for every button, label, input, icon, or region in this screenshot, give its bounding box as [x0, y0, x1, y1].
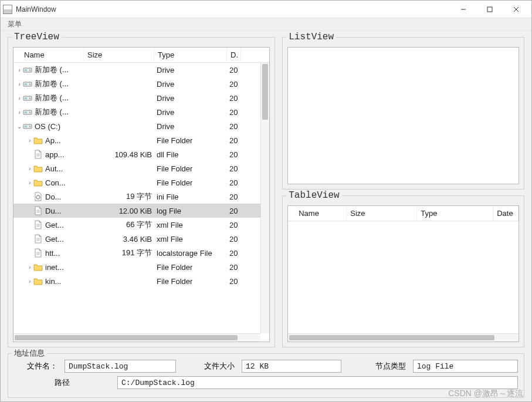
close-button[interactable]: [503, 1, 529, 18]
tree-row[interactable]: ›Con...File Folder20: [13, 175, 269, 190]
minimize-button[interactable]: [450, 1, 476, 18]
tree-row[interactable]: ›新加卷 (...Drive20: [13, 77, 269, 91]
table-header-name[interactable]: Name: [288, 206, 347, 221]
svg-rect-5: [25, 69, 27, 71]
tree-header-type[interactable]: Type: [154, 48, 227, 62]
tree-row[interactable]: htt...191 字节localstorage File20: [13, 246, 269, 260]
menu-item-1[interactable]: 菜单: [4, 19, 25, 29]
file-icon: [33, 150, 43, 159]
filename-field[interactable]: [65, 360, 176, 373]
address-info-group: 地址信息 文件名： 文件大小 节点类型 路径: [8, 353, 524, 398]
chevron-right-icon[interactable]: ›: [26, 137, 33, 144]
tree-header-size[interactable]: Size: [84, 48, 154, 62]
table-header-size[interactable]: Size: [347, 206, 417, 221]
tree-item-type: File Folder: [154, 263, 227, 272]
tree-row[interactable]: ›kin...File Folder20: [13, 274, 269, 288]
drive-icon: [23, 107, 32, 117]
tree-item-size: 12.00 KiB: [84, 207, 154, 215]
filesize-field[interactable]: [242, 360, 341, 373]
chevron-right-icon[interactable]: ›: [16, 95, 23, 102]
tree-row[interactable]: app...109.48 KiBdll File20: [13, 147, 269, 161]
tree-item-type: Drive: [154, 66, 227, 75]
tree-item-type: Drive: [154, 94, 227, 103]
table-header-date[interactable]: Date: [493, 206, 519, 221]
tree-row[interactable]: ›Aut...File Folder20: [13, 161, 269, 175]
drive-icon: [23, 93, 32, 103]
window-title: MainWindow: [16, 5, 56, 13]
tree-row[interactable]: ›新加卷 (...Drive20: [13, 63, 269, 77]
chevron-right-icon[interactable]: ›: [26, 278, 33, 285]
listview-group: ListView: [282, 37, 524, 190]
tree-item-date: 20: [227, 108, 241, 117]
chevron-right-icon[interactable]: ›: [16, 109, 23, 116]
svg-point-12: [29, 98, 31, 99]
tree-item-type: dll File: [154, 150, 227, 159]
filename-label: 文件名：: [14, 361, 61, 371]
listview[interactable]: [287, 47, 519, 184]
maximize-button[interactable]: [476, 1, 503, 18]
treeview-legend: TreeView: [12, 32, 62, 42]
folder-icon: [33, 276, 43, 286]
chevron-right-icon[interactable]: ›: [26, 180, 33, 186]
svg-rect-11: [25, 97, 27, 99]
tree-row[interactable]: ⌄OS (C:)Drive20: [13, 119, 269, 133]
tree-header-date[interactable]: D.: [227, 48, 241, 62]
tree-item-name: kin...: [45, 277, 61, 286]
tree-item-name: inet...: [45, 263, 64, 272]
tree-row[interactable]: ›inet...File Folder20: [13, 260, 269, 274]
tree-item-name: Do...: [45, 192, 61, 201]
tree-item-name: 新加卷 (...: [35, 93, 69, 103]
listview-legend: ListView: [286, 32, 336, 42]
tree-item-date: 20: [227, 122, 241, 131]
titlebar: MainWindow: [1, 1, 531, 18]
main-window: MainWindow 菜单 TreeView: [0, 0, 532, 402]
tree-scrollbar-h[interactable]: [13, 333, 260, 342]
chevron-right-icon[interactable]: ›: [16, 81, 23, 87]
tree-item-name: Get...: [45, 235, 64, 244]
table-scrollbar-h[interactable]: [288, 333, 519, 342]
tree-item-date: 20: [227, 136, 241, 145]
tableview-legend: TableView: [286, 190, 341, 201]
tableview-group: TableView Name Size Type Date: [282, 195, 524, 348]
treeview[interactable]: Name Size Type D. ›新加卷 (...Drive20›新加卷 (…: [13, 47, 270, 342]
tree-row[interactable]: Do...19 字节ini File20: [13, 190, 269, 204]
tree-item-name: Con...: [45, 178, 66, 187]
tableview[interactable]: Name Size Type Date: [287, 205, 519, 343]
file-icon: [33, 220, 43, 229]
tree-item-size: 191 字节: [84, 248, 154, 258]
ini-icon: [33, 192, 43, 201]
file-icon: [33, 234, 43, 244]
tree-item-name: Ap...: [45, 136, 61, 145]
chevron-right-icon[interactable]: ›: [26, 264, 33, 271]
tree-item-type: ini File: [154, 192, 227, 201]
tree-item-date: 20: [227, 178, 241, 187]
tree-header-name[interactable]: Name: [13, 48, 84, 62]
tree-item-name: 新加卷 (...: [35, 107, 69, 117]
chevron-right-icon[interactable]: ›: [16, 67, 23, 73]
tree-scrollbar-v[interactable]: [260, 63, 269, 333]
tree-item-date: 20: [227, 277, 241, 286]
tableview-header: Name Size Type Date: [288, 206, 519, 221]
nodetype-field[interactable]: [413, 360, 518, 373]
tree-row[interactable]: ›Ap...File Folder20: [13, 133, 269, 147]
tree-row[interactable]: ›新加卷 (...Drive20: [13, 91, 269, 105]
tree-item-type: Drive: [154, 80, 227, 89]
path-field[interactable]: [117, 376, 518, 389]
tree-item-name: OS (C:): [35, 122, 60, 131]
maximize-icon: [487, 6, 493, 12]
chevron-right-icon[interactable]: ›: [26, 165, 33, 172]
tree-item-type: Drive: [154, 108, 227, 117]
tree-item-date: 20: [227, 150, 241, 159]
tree-item-name: Get...: [45, 221, 64, 229]
tree-row[interactable]: Get...3.46 KiBxml File20: [13, 232, 269, 246]
tree-item-size: 66 字节: [84, 219, 154, 230]
folder-icon: [33, 136, 43, 145]
tree-row[interactable]: ›新加卷 (...Drive20: [13, 105, 269, 119]
chevron-down-icon[interactable]: ⌄: [16, 123, 23, 130]
folder-icon: [33, 164, 43, 173]
tree-item-type: File Folder: [154, 277, 227, 286]
tree-row[interactable]: Get...66 字节xml File20: [13, 218, 269, 232]
tree-item-size: 109.48 KiB: [84, 150, 154, 159]
tree-row[interactable]: Du...12.00 KiBlog File20: [13, 204, 269, 218]
table-header-type[interactable]: Type: [417, 206, 493, 221]
